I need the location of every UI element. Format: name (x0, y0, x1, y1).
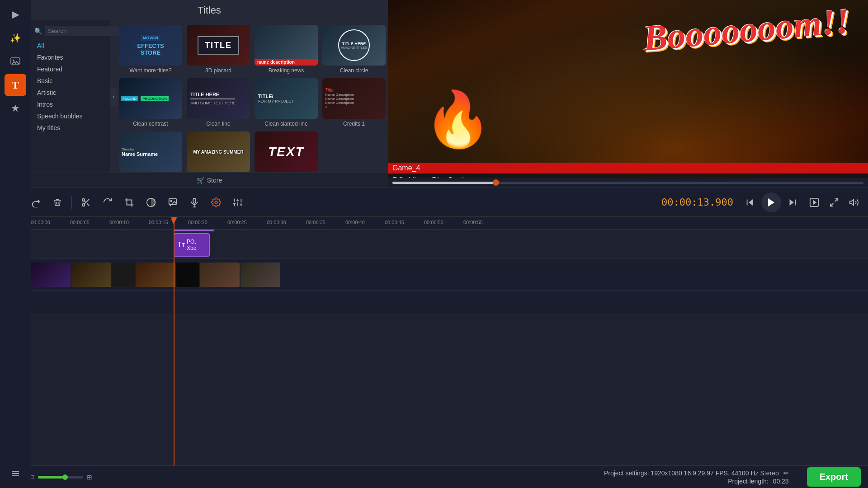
svg-point-1 (13, 60, 14, 61)
title-thumb-clean-circle: TITLE HERE AMAZING TITLES (322, 25, 386, 66)
title-card-breaking-news[interactable]: name description Breaking news (255, 25, 318, 74)
titles-sidebar: 🔍 ✕ All Favorites Featured Basic Artisti… (31, 20, 110, 173)
preview-area: Booooooom!! 🔥 Game_4 PO, Xbox, PlayStati… (388, 0, 868, 188)
title-clip[interactable]: Tт PO, Xbo (174, 233, 210, 257)
preview-image: Booooooom!! 🔥 Game_4 PO, Xbox, PlayStati… (388, 0, 868, 188)
export-button[interactable]: Export (807, 467, 861, 487)
progress-bar-row[interactable] (388, 178, 868, 188)
sidebar-item-my-titles[interactable]: My titles (31, 122, 110, 134)
title-card-clean-line[interactable]: TITLE HERE AND SOME TEXT HERE Clean line (187, 78, 250, 127)
toolbar-titles-btn[interactable]: T (5, 74, 26, 96)
video-thumb-6[interactable] (200, 263, 240, 287)
title-card-clean-circle[interactable]: TITLE HERE AMAZING TITLES Clean circle (322, 25, 386, 74)
scale-slider-fill (38, 476, 65, 479)
video-track: 👁 🔊 (0, 259, 868, 291)
video-thumb-1[interactable] (31, 263, 71, 287)
titles-header: Titles (31, 0, 388, 20)
scale-thumb[interactable] (62, 474, 68, 480)
toolbar-video-btn[interactable]: ▶ (5, 4, 26, 25)
toolbar-list-btn[interactable] (5, 463, 26, 484)
title-thumb-text3: TEXT (255, 131, 318, 172)
title-thumb-clean-contrast: FULLHD PRODUCTION (119, 78, 182, 119)
project-length-label: Project length: (728, 478, 769, 485)
next-btn[interactable] (784, 194, 801, 211)
video-thumbs (31, 263, 280, 287)
effects2-btn[interactable] (229, 194, 246, 211)
sidebar-item-artistic[interactable]: Artistic (31, 87, 110, 99)
collapse-sidebar-btn[interactable]: ‹ (110, 88, 117, 106)
toolbar-effects-btn[interactable]: ✨ (5, 27, 26, 49)
settings-btn[interactable] (208, 194, 225, 211)
store-button[interactable]: 🛒 Store (31, 173, 388, 188)
svg-line-33 (830, 203, 833, 206)
crop-btn[interactable] (121, 194, 138, 211)
progress-track[interactable] (392, 182, 863, 184)
image-btn[interactable] (164, 194, 181, 211)
export-video-btn[interactable] (806, 194, 823, 211)
rotate-btn[interactable] (99, 194, 116, 211)
edit-settings-icon[interactable]: ✏ (783, 469, 789, 477)
tick-0: 00:00:00 (31, 220, 50, 225)
video-thumb-2[interactable] (71, 263, 111, 287)
play-btn[interactable] (761, 192, 781, 212)
video-thumb-7[interactable] (241, 263, 280, 287)
title-card-credits-1[interactable]: Title Name Description Name Description … (322, 78, 386, 127)
tick-20: 00:00:20 (188, 220, 208, 225)
scale-small-icon: ⊟ (30, 474, 34, 480)
search-row: 🔍 ✕ (31, 24, 110, 38)
title-card-clean-slanted-line[interactable]: TITLE/ FOR MY PROJECT Clean slanted line (255, 78, 318, 127)
title-label-3d-placard: 3D placard (205, 67, 231, 74)
sidebar-item-favorites[interactable]: Favorites (31, 52, 110, 63)
timecode: 00:00:13.900 (661, 197, 733, 208)
svg-point-5 (82, 198, 85, 201)
title-card-summer[interactable]: MY AMAZING SUMMER Summer (187, 131, 250, 173)
title-label-clean-contrast: Clean contrast (133, 121, 168, 127)
audio-btn[interactable] (186, 194, 203, 211)
scale-slider[interactable] (38, 476, 83, 479)
title-card-want-more[interactable]: MOVAVI EFFECTS STORE Want more titles? (119, 25, 182, 74)
sidebar-item-intros[interactable]: Intros (31, 99, 110, 110)
search-icon: 🔍 (34, 28, 42, 35)
title-track-content: Tт PO, Xbo (31, 230, 868, 258)
search-input[interactable] (45, 26, 127, 36)
color-btn[interactable] (142, 194, 160, 211)
panel-title: Titles (198, 5, 221, 16)
project-settings-value: 868x488 16:9 29.97 FPS, 44100 Hz Stere… (651, 469, 778, 477)
title-card-text3[interactable]: TEXT TEXT (255, 131, 318, 173)
timeline-ruler: 00:00:00 00:00:05 00:00:10 00:00:15 00:0… (0, 217, 868, 230)
tick-50: 00:00:50 (424, 220, 443, 225)
game-badge-title: Game_4 (388, 163, 868, 174)
sidebar-item-basic[interactable]: Basic (31, 75, 110, 87)
title-label-clean-circle: Clean circle (340, 67, 368, 74)
title-card-director[interactable]: Director Name Surname Director Name Surn… (119, 131, 182, 173)
tick-40: 00:00:40 (345, 220, 365, 225)
video-thumb-3[interactable] (112, 263, 135, 287)
progress-thumb[interactable] (493, 179, 499, 186)
title-thumb-clean-slanted-line: TITLE/ FOR MY PROJECT (255, 78, 318, 119)
play-controls (741, 192, 801, 212)
playhead[interactable] (174, 230, 175, 465)
sidebar-item-speech-bubbles[interactable]: Speech bubbles (31, 110, 110, 122)
sidebar-item-featured[interactable]: Featured (31, 63, 110, 75)
fullscreen-btn[interactable] (826, 194, 843, 211)
title-thumb-breaking-news: name description (255, 25, 318, 66)
delete-btn[interactable] (49, 194, 66, 211)
video-thumb-4[interactable] (136, 263, 175, 287)
cut-btn[interactable] (77, 194, 94, 211)
video-thumb-5[interactable] (176, 263, 199, 287)
title-card-3d-placard[interactable]: TITLE 3D placard (187, 25, 250, 74)
svg-point-12 (170, 200, 172, 202)
title-card-clean-contrast[interactable]: FULLHD PRODUCTION Clean contrast (119, 78, 182, 127)
title-thumb-3d-placard: TITLE (187, 25, 250, 66)
titles-grid: MOVAVI EFFECTS STORE Want more titles? T… (119, 25, 383, 173)
sidebar-item-all[interactable]: All (31, 40, 110, 52)
volume-btn[interactable] (845, 194, 863, 211)
project-info: Project settings: 868x488 16:9 29.97 F… (604, 469, 789, 485)
toolbar-media-btn[interactable] (5, 51, 26, 72)
tick-35: 00:00:35 (306, 220, 326, 225)
svg-marker-28 (790, 199, 794, 206)
toolbar-star-btn[interactable]: ★ (5, 98, 26, 119)
title-label-credits-1: Credits 1 (343, 121, 365, 127)
title-clip-text: PO, Xbo (187, 239, 206, 251)
prev-btn[interactable] (741, 194, 759, 211)
